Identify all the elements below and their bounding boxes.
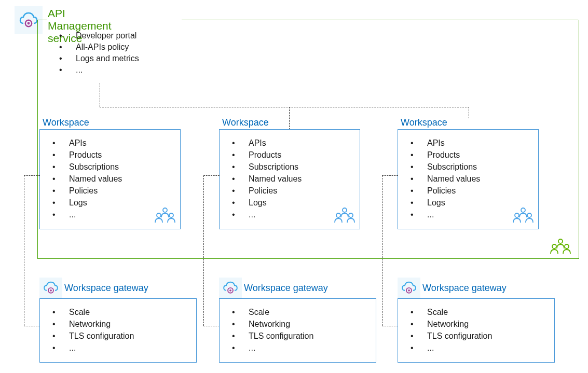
workspace-item: APIs	[403, 137, 533, 149]
svg-point-17	[229, 289, 231, 292]
connector	[100, 83, 100, 107]
gateway-item: Scale	[45, 306, 191, 318]
gateway-item: Networking	[45, 318, 191, 330]
gateway-icon	[39, 278, 62, 298]
gateway-list: Scale Networking TLS configuration ...	[225, 306, 371, 354]
team-icon	[512, 206, 534, 226]
gateway-frame: Scale Networking TLS configuration ...	[219, 298, 376, 363]
gateway-item: TLS configuration	[403, 330, 549, 342]
gateway-item: TLS configuration	[225, 330, 371, 342]
gateway-list: Scale Networking TLS configuration ...	[403, 306, 549, 354]
workspace-item: APIs	[45, 137, 175, 149]
connector	[203, 175, 220, 176]
workspace-title: Workspace	[222, 117, 360, 128]
gateway-box: Workspace gateway Scale Networking TLS c…	[398, 278, 555, 363]
workspace-item: Products	[225, 149, 354, 161]
gateway-item: Scale	[225, 306, 371, 318]
workspace-box: Workspace APIs Products Subscriptions Na…	[219, 117, 360, 229]
gateway-icon	[219, 278, 242, 298]
svg-point-3	[157, 213, 161, 217]
workspace-frame: APIs Products Subscriptions Named values…	[219, 129, 360, 229]
service-feature-item: ...	[51, 64, 139, 76]
service-feature-item: All-APIs policy	[51, 42, 139, 53]
gateway-title: Workspace gateway	[422, 283, 507, 294]
workspace-item: Policies	[403, 185, 533, 197]
workspace-frame: APIs Products Subscriptions Named values…	[39, 129, 181, 229]
connector	[203, 175, 204, 326]
gateway-icon	[398, 278, 420, 298]
workspace-item: Policies	[225, 185, 354, 197]
workspace-item: Named values	[45, 173, 175, 185]
svg-point-5	[343, 208, 347, 212]
gateway-frame: Scale Networking TLS configuration ...	[398, 298, 555, 363]
workspace-title: Workspace	[43, 117, 181, 128]
svg-point-1	[28, 22, 30, 25]
svg-point-8	[521, 208, 525, 212]
workspace-item: Subscriptions	[225, 161, 354, 173]
svg-point-15	[50, 289, 52, 292]
workspace-item: APIs	[225, 137, 354, 149]
gateway-frame: Scale Networking TLS configuration ...	[39, 298, 197, 363]
workspace-frame: APIs Products Subscriptions Named values…	[398, 129, 539, 229]
workspace-item: Named values	[225, 173, 354, 185]
team-icon	[550, 237, 571, 257]
svg-point-13	[565, 244, 569, 248]
svg-point-4	[169, 213, 173, 217]
connector	[24, 326, 40, 326]
connector	[203, 326, 220, 326]
gateway-item: TLS configuration	[45, 330, 191, 342]
gateway-item: Networking	[403, 318, 549, 330]
gateway-box: Workspace gateway Scale Networking TLS c…	[39, 278, 197, 363]
gateway-item: ...	[403, 342, 549, 354]
connector	[100, 107, 469, 107]
gateway-item: Scale	[403, 306, 549, 318]
gateway-header: Workspace gateway	[398, 278, 555, 298]
service-features-list: Developer portal All-APIs policy Logs an…	[51, 30, 139, 76]
svg-point-9	[515, 213, 519, 217]
svg-point-10	[527, 213, 531, 217]
svg-point-6	[336, 213, 340, 217]
gateway-title: Workspace gateway	[244, 283, 328, 294]
workspace-item: Policies	[45, 185, 175, 197]
gateway-header: Workspace gateway	[219, 278, 376, 298]
svg-point-19	[408, 289, 410, 292]
gateway-item: ...	[225, 342, 371, 354]
workspace-title: Workspace	[401, 117, 539, 128]
service-feature-item: Developer portal	[51, 30, 139, 42]
workspace-item: Named values	[403, 173, 533, 185]
connector	[469, 107, 469, 118]
svg-point-12	[552, 244, 556, 248]
team-icon	[154, 206, 176, 226]
workspace-box: Workspace APIs Products Subscriptions Na…	[398, 117, 539, 229]
gateway-item: ...	[45, 342, 191, 354]
connector	[24, 175, 24, 326]
team-icon	[334, 206, 355, 226]
workspace-item: Subscriptions	[403, 161, 533, 173]
service-feature-item: Logs and metrics	[51, 53, 139, 64]
workspace-box: Workspace APIs Products Subscriptions Na…	[39, 117, 181, 229]
svg-point-2	[163, 208, 167, 212]
workspace-item: Products	[45, 149, 175, 161]
workspace-item: Subscriptions	[45, 161, 175, 173]
connector	[382, 326, 398, 326]
connector	[382, 175, 382, 326]
gateway-title: Workspace gateway	[64, 283, 148, 294]
gateway-box: Workspace gateway Scale Networking TLS c…	[219, 278, 376, 363]
svg-point-7	[349, 213, 353, 217]
connector	[382, 175, 398, 176]
connector	[24, 175, 40, 176]
gateway-list: Scale Networking TLS configuration ...	[45, 306, 191, 354]
gateway-header: Workspace gateway	[39, 278, 197, 298]
gateway-item: Networking	[225, 318, 371, 330]
architecture-diagram: API Management service Developer portal …	[5, 5, 583, 368]
svg-point-11	[558, 239, 563, 243]
workspace-item: Products	[403, 149, 533, 161]
